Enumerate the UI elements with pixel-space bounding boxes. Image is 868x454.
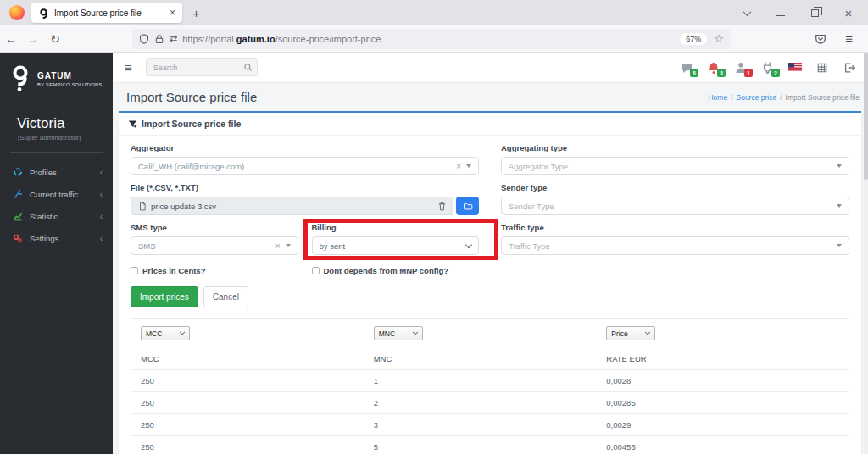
- checkbox-icon: [312, 267, 320, 274]
- aggregator-label: Aggregator: [131, 143, 479, 152]
- sms-type-label: SMS type: [131, 223, 298, 232]
- sidebar-divider: [10, 152, 103, 153]
- statistic-icon: [13, 211, 23, 221]
- table-header-row: MCC MNC RATE EUR: [131, 347, 849, 369]
- sidebar-toggle-icon[interactable]: ≡: [125, 60, 132, 75]
- chevron-down-icon: [412, 329, 418, 335]
- browser-tab-active[interactable]: Import Source price file ×: [31, 3, 182, 23]
- file-field[interactable]: price update 3.csv: [131, 197, 431, 215]
- connections-count-badge: 2: [771, 69, 780, 77]
- user-role: [Super administrator]: [0, 134, 113, 141]
- gatum-logo-icon: [10, 64, 31, 93]
- sidebar-item-profiles[interactable]: Profiles ‹: [0, 161, 113, 183]
- file-icon: [138, 202, 147, 211]
- col-header-rate: RATE EUR: [606, 354, 839, 363]
- cancel-button[interactable]: Cancel: [203, 286, 248, 307]
- us-flag-icon: [788, 63, 802, 72]
- alerts-count-badge: 3: [717, 69, 726, 77]
- window-controls: ×: [741, 7, 868, 19]
- caret-down-icon: [837, 164, 842, 168]
- field-traffic-type: Traffic type Traffic Type: [501, 223, 849, 255]
- file-label: File (*.CSV, *.TXT): [131, 183, 479, 192]
- brand-subtitle: BY SEMPICO SOLUTIONS: [37, 82, 103, 87]
- caret-down-icon: [837, 204, 842, 208]
- alerts-button[interactable]: 3: [706, 60, 721, 75]
- clear-icon[interactable]: ×: [456, 162, 461, 171]
- sms-type-select[interactable]: SMS ×: [131, 236, 298, 255]
- breadcrumb-current: Import Source price file: [786, 93, 860, 102]
- back-button[interactable]: ←: [0, 32, 22, 46]
- sender-type-select[interactable]: Sender Type: [501, 197, 849, 215]
- new-tab-button[interactable]: +: [192, 6, 200, 20]
- field-sms-type: SMS type SMS ×: [131, 223, 298, 255]
- permissions-icon[interactable]: ⇄: [170, 33, 177, 44]
- forward-button[interactable]: →: [22, 32, 44, 46]
- url-bar[interactable]: ⇄ https://portal.gatum.io/source-price/i…: [132, 29, 731, 49]
- prices-in-cents-checkbox[interactable]: Prices in Cents?: [131, 266, 298, 275]
- connections-button[interactable]: 2: [760, 60, 775, 75]
- annotation-highlight-box: [303, 219, 498, 260]
- breadcrumb-source-price[interactable]: Source price: [737, 93, 777, 102]
- sidebar-item-current-traffic[interactable]: Current traffic ‹: [0, 183, 113, 205]
- reload-button[interactable]: ↻: [44, 32, 66, 46]
- restore-button[interactable]: [809, 7, 821, 19]
- minimize-button[interactable]: [775, 7, 787, 19]
- page-header: Import Source price file Home / Source p…: [113, 83, 868, 111]
- search-icon[interactable]: [243, 63, 253, 72]
- language-button[interactable]: [787, 60, 802, 75]
- aggregator-select[interactable]: Calif_WH (calif@mirage.com) ×: [131, 157, 479, 175]
- import-card: Import Source price file Aggregator Cali…: [119, 111, 861, 454]
- logout-button[interactable]: [842, 60, 856, 75]
- funnel-icon: [128, 119, 137, 129]
- table-row: 25010,0028: [131, 369, 849, 391]
- browse-file-button[interactable]: [456, 197, 479, 215]
- users-count-badge: 1: [744, 69, 753, 77]
- remove-file-button[interactable]: [431, 197, 453, 215]
- url-text: https://portal.gatum.io/source-price/imp…: [182, 34, 675, 44]
- mnc-column-select[interactable]: MNC: [374, 326, 423, 340]
- mnp-config-checkbox[interactable]: Dont depends from MNP config?: [312, 266, 480, 275]
- grid-button[interactable]: [815, 60, 829, 75]
- firefox-logo-icon[interactable]: [9, 5, 25, 20]
- breadcrumb: Home / Source price / Import Source pric…: [708, 93, 860, 102]
- screenshot-root: Import Source price file × + × ← → ↻ ⇄ h…: [0, 0, 868, 454]
- app-menu-icon[interactable]: ≡: [845, 31, 853, 46]
- list-tabs-icon[interactable]: [741, 7, 753, 19]
- page-scrollbar[interactable]: [864, 53, 868, 454]
- search-box: [146, 58, 258, 77]
- breadcrumb-home[interactable]: Home: [708, 93, 727, 102]
- price-column-select[interactable]: Price: [606, 326, 655, 340]
- aggregating-type-select[interactable]: Aggregator Type: [501, 157, 849, 175]
- clear-icon[interactable]: ×: [275, 241, 281, 251]
- sender-type-label: Sender type: [501, 183, 849, 192]
- bookmark-star-icon[interactable]: ☆: [714, 32, 724, 45]
- close-window-button[interactable]: ×: [843, 7, 854, 19]
- page-title: Import Source price file: [126, 90, 257, 104]
- search-input[interactable]: [146, 58, 258, 76]
- zoom-level-badge[interactable]: 67%: [680, 33, 707, 45]
- table-row: 25020,00285: [131, 391, 849, 413]
- sidebar: GATUM BY SEMPICO SOLUTIONS Victoria [Sup…: [0, 53, 113, 454]
- chevron-left-icon: ‹: [100, 234, 103, 243]
- table-row: 25050,00456: [131, 435, 849, 454]
- traffic-type-select[interactable]: Traffic Type: [501, 236, 849, 255]
- settings-icon: [13, 233, 23, 243]
- col-header-mnc: MNC: [374, 354, 607, 363]
- sidebar-item-settings[interactable]: Settings ‹: [0, 227, 113, 249]
- mcc-column-select[interactable]: MCC: [141, 326, 190, 340]
- sidebar-item-statistic[interactable]: Statistic ‹: [0, 205, 113, 227]
- pocket-icon[interactable]: [815, 33, 826, 45]
- field-aggregator: Aggregator Calif_WH (calif@mirage.com) ×: [131, 143, 479, 175]
- card-header: Import Source price file: [119, 113, 861, 136]
- price-table: MCC MNC Price MCC MNC RATE EUR 25010,002…: [131, 318, 849, 454]
- users-button[interactable]: 1: [733, 60, 748, 75]
- lock-icon[interactable]: [154, 34, 164, 44]
- messages-button[interactable]: 6: [679, 60, 693, 75]
- import-prices-button[interactable]: Import prices: [131, 286, 198, 307]
- chevron-down-icon: [645, 329, 651, 335]
- trash-icon: [437, 202, 447, 211]
- tracking-shield-icon[interactable]: [139, 34, 149, 44]
- tab-close-icon[interactable]: ×: [170, 7, 175, 19]
- brand[interactable]: GATUM BY SEMPICO SOLUTIONS: [0, 53, 113, 102]
- caret-down-icon: [837, 244, 842, 247]
